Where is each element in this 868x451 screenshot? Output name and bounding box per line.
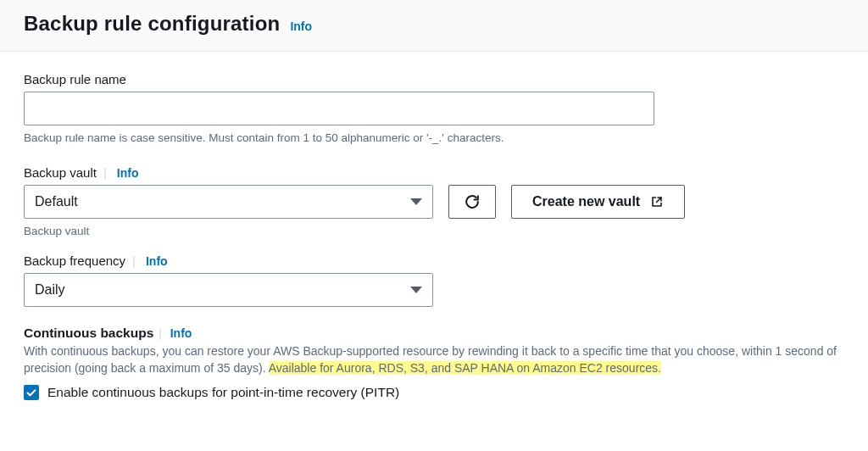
continuous-info-link[interactable]: Info (170, 326, 192, 340)
panel-header: Backup rule configuration Info (0, 0, 868, 52)
continuous-backups-section: Continuous backups | Info With continuou… (24, 326, 844, 401)
continuous-label: Continuous backups (24, 326, 153, 340)
frequency-info-link[interactable]: Info (146, 254, 168, 268)
vault-label: Backup vault (24, 165, 97, 180)
vault-select[interactable]: Default (24, 185, 433, 219)
vault-info-link[interactable]: Info (117, 166, 139, 180)
rule-name-label: Backup rule name (24, 72, 844, 86)
pitr-checkbox[interactable] (24, 385, 39, 400)
divider: | (132, 253, 136, 268)
frequency-label: Backup frequency (24, 253, 125, 268)
external-link-icon (650, 195, 664, 209)
pitr-checkbox-row: Enable continuous backups for point-in-t… (24, 385, 844, 400)
pitr-checkbox-label: Enable continuous backups for point-in-t… (47, 385, 399, 400)
vault-controls-row: Default Create new vault (24, 185, 844, 219)
chevron-down-icon (410, 198, 422, 205)
vault-label-row: Backup vault | Info (24, 165, 844, 180)
panel-title: Backup rule configuration (24, 12, 280, 36)
check-icon (25, 387, 37, 398)
refresh-button[interactable] (448, 185, 496, 219)
frequency-select[interactable]: Daily (24, 273, 433, 307)
rule-name-hint: Backup rule name is case sensitive. Must… (24, 131, 844, 147)
continuous-desc-highlight: Available for Aurora, RDS, S3, and SAP H… (269, 361, 661, 375)
rule-name-field: Backup rule name Backup rule name is cas… (24, 72, 844, 147)
divider: | (103, 165, 107, 180)
backup-rule-config-panel: Backup rule configuration Info Backup ru… (0, 0, 868, 414)
vault-field: Backup vault | Info Default Create new v… (24, 165, 844, 240)
continuous-description: With continuous backups, you can restore… (24, 342, 844, 377)
panel-body: Backup rule name Backup rule name is cas… (0, 52, 868, 414)
create-vault-button[interactable]: Create new vault (511, 185, 685, 219)
create-vault-label: Create new vault (532, 194, 640, 209)
frequency-field: Backup frequency | Info Daily (24, 253, 844, 307)
refresh-icon (464, 193, 481, 210)
rule-name-input[interactable] (24, 92, 654, 125)
frequency-label-row: Backup frequency | Info (24, 253, 844, 268)
chevron-down-icon (410, 287, 422, 293)
vault-select-value: Default (35, 194, 78, 209)
continuous-label-row: Continuous backups | Info (24, 326, 844, 341)
header-info-link[interactable]: Info (290, 19, 312, 33)
vault-sub-hint: Backup vault (24, 224, 844, 240)
divider: | (159, 326, 162, 340)
rule-name-label-text: Backup rule name (24, 72, 126, 86)
frequency-select-value: Daily (35, 282, 65, 298)
